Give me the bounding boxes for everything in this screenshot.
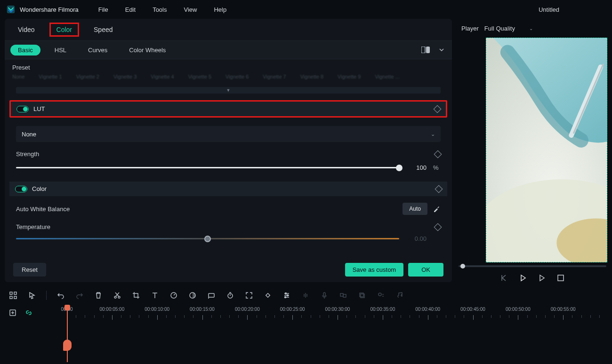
cut-icon[interactable]: [113, 291, 122, 300]
menu-help[interactable]: Help: [207, 4, 233, 15]
timer-icon[interactable]: [225, 291, 235, 300]
svg-point-12: [114, 296, 116, 298]
timeline[interactable]: 00:0000:00:05:0000:00:10:0000:00:15:0000…: [0, 306, 612, 362]
ruler-tick: 00:00:10:00: [145, 307, 169, 312]
grid-icon[interactable]: [8, 291, 18, 300]
temperature-section: Temperature 0.00: [16, 223, 441, 242]
reset-button[interactable]: Reset: [13, 263, 46, 277]
subtab-color-wheels[interactable]: Color Wheels: [121, 45, 173, 55]
lut-label: LUT: [33, 105, 45, 112]
temperature-slider-track[interactable]: [16, 238, 399, 239]
ok-button[interactable]: OK: [408, 263, 443, 277]
pointer-icon[interactable]: [27, 291, 37, 300]
ruler-tick: 00:00:15:00: [190, 307, 215, 312]
chevron-down-icon: ⌄: [431, 131, 435, 137]
save-as-custom-button[interactable]: Save as custom: [345, 263, 404, 277]
undo-icon[interactable]: [56, 291, 65, 300]
lut-preset-dropdown[interactable]: None ⌄: [16, 126, 441, 142]
auto-white-balance-button[interactable]: Auto: [403, 203, 427, 215]
group-icon: [338, 291, 348, 300]
lut-strength-section: Strength 100 %: [16, 150, 441, 171]
compare-view-icon[interactable]: [421, 45, 430, 55]
strength-keyframe-icon[interactable]: [434, 150, 442, 158]
svg-rect-25: [360, 293, 363, 297]
color-toggle[interactable]: [15, 186, 27, 192]
app-name-label: Wondershare Filmora: [20, 6, 79, 13]
timeline-link-icon[interactable]: [24, 309, 33, 317]
strength-slider-track[interactable]: [16, 167, 399, 168]
ruler-tick: 00:00:45:00: [460, 307, 485, 312]
player-panel: Player Full Quality ⌄: [458, 19, 607, 282]
tab-video[interactable]: Video: [11, 23, 41, 36]
lut-header-row: LUT: [11, 102, 446, 116]
lut-dropdown-value: None: [22, 131, 36, 138]
strength-value[interactable]: 100: [406, 164, 427, 171]
svg-rect-26: [361, 294, 364, 298]
timeline-add-track-icon[interactable]: [8, 309, 17, 317]
player-scrubber[interactable]: [459, 265, 606, 267]
player-label: Player: [461, 25, 479, 32]
timeline-ruler[interactable]: 00:0000:00:05:0000:00:10:0000:00:15:0000…: [61, 307, 607, 325]
preset-thumbnails-row[interactable]: NoneVignette 1Vignette 2Vignette 3Vignet…: [12, 74, 444, 82]
auto-white-balance-row: Auto White Balance Auto: [16, 203, 441, 215]
color-section-label: Color: [32, 185, 47, 192]
panel-options-chevron-icon[interactable]: [437, 45, 446, 55]
svg-rect-10: [10, 296, 12, 299]
menu-file[interactable]: File: [92, 4, 115, 15]
svg-point-19: [285, 293, 287, 294]
lut-toggle[interactable]: [16, 106, 29, 112]
temperature-label: Temperature: [16, 223, 50, 230]
menu-view[interactable]: View: [177, 4, 203, 15]
svg-point-13: [118, 296, 120, 298]
player-quality-dropdown[interactable]: Full Quality ⌄: [484, 25, 533, 32]
color-header-row: Color: [9, 182, 447, 196]
preset-expand-button[interactable]: ▼: [16, 87, 441, 94]
color-keyframe-icon[interactable]: [435, 185, 443, 193]
adjust-icon[interactable]: [282, 291, 291, 300]
svg-rect-18: [266, 293, 270, 297]
ruler-tick: 00:00:50:00: [506, 307, 531, 312]
strength-label: Strength: [16, 150, 39, 158]
lut-keyframe-icon[interactable]: [434, 105, 442, 113]
document-title: Untitled: [539, 6, 559, 13]
player-scrubber-handle[interactable]: [460, 264, 465, 269]
temperature-value[interactable]: 0.00: [406, 235, 427, 242]
svg-rect-24: [343, 294, 346, 297]
text-icon[interactable]: [150, 291, 160, 300]
keyframe-tool-icon[interactable]: [263, 291, 273, 300]
mic-icon: [320, 291, 329, 300]
strength-slider-handle[interactable]: [396, 165, 403, 171]
audio-wave-icon: [301, 291, 310, 300]
svg-point-20: [287, 295, 289, 296]
timeline-playhead[interactable]: [67, 306, 68, 362]
crop-icon[interactable]: [131, 291, 141, 300]
play-button[interactable]: [519, 274, 527, 282]
stop-button[interactable]: [556, 274, 565, 282]
temperature-slider-handle[interactable]: [204, 236, 211, 242]
sub-tab-bar: Basic HSL Curves Color Wheels: [5, 40, 452, 59]
caption-icon[interactable]: [207, 291, 216, 300]
panel-footer: Reset Save as custom OK: [5, 257, 452, 282]
ruler-tick: 00:00:35:00: [370, 307, 395, 312]
svg-rect-2: [426, 47, 430, 53]
tab-speed[interactable]: Speed: [87, 23, 119, 36]
eyedropper-icon[interactable]: [432, 205, 441, 213]
next-frame-button[interactable]: [538, 274, 546, 282]
menu-tools[interactable]: Tools: [146, 4, 173, 15]
color-icon[interactable]: [188, 291, 197, 300]
menu-edit[interactable]: Edit: [119, 4, 142, 15]
subtab-hsl[interactable]: HSL: [47, 45, 74, 55]
temperature-keyframe-icon[interactable]: [434, 223, 442, 231]
subtab-basic[interactable]: Basic: [10, 45, 40, 55]
delete-icon[interactable]: [94, 291, 103, 300]
expand-icon[interactable]: [244, 291, 254, 300]
svg-point-21: [285, 297, 286, 298]
tab-color[interactable]: Color: [50, 23, 79, 36]
prev-frame-button[interactable]: [500, 274, 508, 282]
svg-rect-7: [558, 275, 564, 281]
speed-icon[interactable]: [169, 291, 178, 300]
awb-label: Auto White Balance: [16, 206, 70, 213]
ruler-tick: 00:00:30:00: [325, 307, 350, 312]
video-preview[interactable]: [458, 38, 607, 262]
subtab-curves[interactable]: Curves: [81, 45, 115, 55]
